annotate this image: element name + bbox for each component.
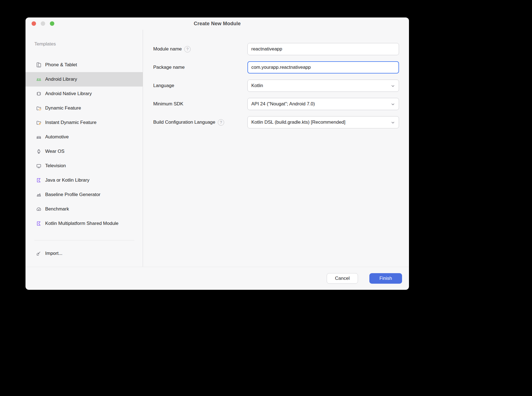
minimum-sdk-selected-value: API 24 ("Nougat"; Android 7.0) [251,101,315,107]
template-item-label: Java or Kotlin Library [45,177,89,183]
package-name-row: Package name [153,61,409,73]
dialog-title: Create New Module [25,17,409,30]
language-label: Language [153,83,174,88]
minimum-sdk-label: Minimum SDK [153,101,183,107]
kotlin-icon [36,177,42,183]
template-item-baseline-profile-generator[interactable]: Baseline Profile Generator [25,187,143,202]
template-item-label: Android Native Library [45,91,92,97]
folder-bolt-icon [36,120,42,125]
car-icon [36,134,42,140]
title-bar: Create New Module [25,17,409,30]
template-item-benchmark[interactable]: Benchmark [25,202,143,216]
package-name-label: Package name [153,65,185,70]
minimum-sdk-row: Minimum SDK API 24 ("Nougat"; Android 7.… [153,98,409,110]
folder-dashed-circle-icon [36,105,42,111]
help-icon[interactable] [184,46,191,52]
help-icon[interactable] [218,119,224,126]
finish-button[interactable]: Finish [369,273,402,284]
template-item-television[interactable]: Television [25,159,143,173]
template-item-automotive[interactable]: Automotive [25,130,143,144]
build-config-selected-value: Kotlin DSL (build.gradle.kts) [Recommend… [251,120,346,125]
build-config-language-label: Build Configuration Language [153,120,215,125]
tv-icon [36,163,42,169]
import-icon [36,251,42,256]
dialog-footer: Cancel Finish [25,267,409,290]
language-dropdown[interactable]: Kotlin [247,80,399,92]
template-item-label: Television [45,163,66,169]
template-item-label: Dynamic Feature [45,105,81,111]
templates-sidebar: Templates Phone & Tablet [25,30,143,267]
android-icon [36,77,42,82]
chevron-down-icon [391,102,395,106]
template-item-label: Baseline Profile Generator [45,192,100,197]
build-config-language-dropdown[interactable]: Kotlin DSL (build.gradle.kts) [Recommend… [247,116,399,128]
import-label: Import... [45,251,62,256]
template-item-instant-dynamic-feature[interactable]: Instant Dynamic Feature [25,115,143,130]
chart-icon [36,192,42,197]
sidebar-divider [34,240,134,240]
template-item-label: Instant Dynamic Feature [45,120,96,125]
language-selected-value: Kotlin [251,83,263,88]
chevron-down-icon [391,120,395,125]
template-item-label: Benchmark [45,206,69,212]
template-item-wear-os[interactable]: Wear OS [25,144,143,159]
template-item-dynamic-feature[interactable]: Dynamic Feature [25,101,143,115]
template-item-label: Wear OS [45,149,65,154]
template-item-java-kotlin-library[interactable]: Java or Kotlin Library [25,173,143,187]
cancel-button[interactable]: Cancel [327,273,358,284]
chevron-down-icon [391,84,395,88]
template-item-android-native-library[interactable]: Android Native Library [25,87,143,101]
module-form: Module name Package name Language Kotlin [143,30,409,267]
template-item-label: Kotlin Multiplatform Shared Module [45,221,119,226]
module-name-label: Module name [153,46,182,52]
template-item-label: Automotive [45,134,69,140]
template-item-kotlin-multiplatform-shared-module[interactable]: Kotlin Multiplatform Shared Module [25,216,143,231]
template-item-label: Android Library [45,77,77,82]
kotlin-icon [36,221,42,226]
template-item-label: Phone & Tablet [45,62,77,68]
create-new-module-dialog: Create New Module Templates Phone & Tabl… [25,17,409,290]
template-item-phone-tablet[interactable]: Phone & Tablet [25,58,143,72]
module-name-input[interactable] [247,43,399,55]
module-name-row: Module name [153,43,409,55]
build-config-language-row: Build Configuration Language Kotlin DSL … [153,116,409,128]
template-list: Phone & Tablet Android Library [25,58,143,231]
chip-icon [36,91,42,97]
language-row: Language Kotlin [153,80,409,92]
templates-section-label: Templates [34,41,143,47]
template-item-android-library[interactable]: Android Library [25,72,143,87]
gauge-icon [36,206,42,212]
minimum-sdk-dropdown[interactable]: API 24 ("Nougat"; Android 7.0) [247,98,399,110]
package-name-input[interactable] [247,61,399,73]
watch-icon [36,149,42,154]
import-button[interactable]: Import... [25,247,143,260]
phone-tablet-icon [36,62,42,68]
